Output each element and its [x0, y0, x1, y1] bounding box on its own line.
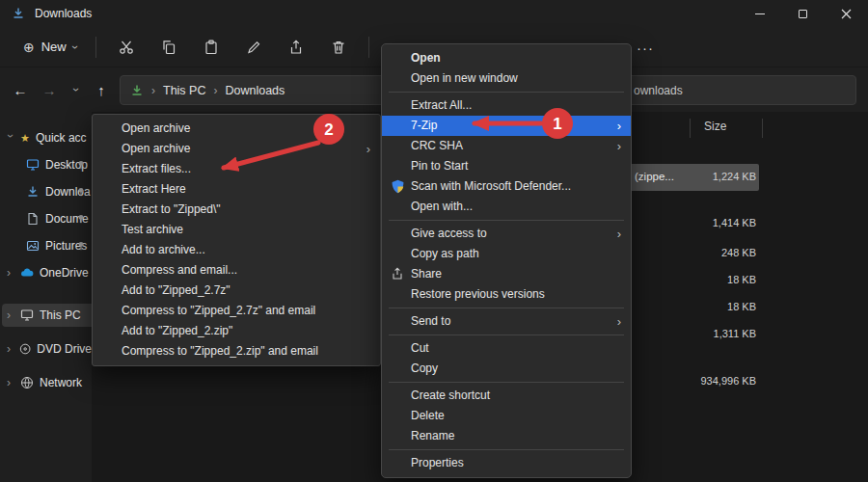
- column-divider[interactable]: [690, 119, 691, 138]
- menu-item-label: Open archive: [122, 121, 190, 135]
- context-menu-item-7zip[interactable]: 7-Zip ›: [382, 116, 631, 136]
- context-menu-item-copy[interactable]: Copy: [382, 359, 631, 379]
- submenu-item-extract-files[interactable]: Extract files...: [93, 159, 380, 179]
- close-button[interactable]: [825, 0, 868, 27]
- column-divider[interactable]: [762, 119, 763, 138]
- file-name: (zippe...: [635, 171, 674, 182]
- chevron-down-icon: ›: [69, 88, 83, 92]
- sidebar-item-label: This PC: [40, 308, 81, 322]
- search-input[interactable]: ownloads: [613, 75, 856, 105]
- maximize-button[interactable]: [781, 0, 825, 27]
- sidebar-item-label: OneDrive: [40, 266, 89, 280]
- new-button[interactable]: ⊕ New ›: [14, 35, 87, 60]
- submenu-item-test-archive[interactable]: Test archive: [93, 220, 380, 240]
- submenu-item-open-archive[interactable]: Open archive: [93, 119, 380, 139]
- submenu-item-compress-zip-email[interactable]: Compress to "Zipped_2.zip" and email: [93, 341, 380, 362]
- back-icon: ←: [14, 82, 28, 98]
- paste-button[interactable]: [193, 33, 230, 62]
- submenu-item-compress-email[interactable]: Compress and email...: [93, 260, 380, 281]
- sidebar-item-downloads[interactable]: Downloa: [0, 178, 92, 205]
- menu-item-label: Extract All...: [411, 98, 472, 112]
- downloads-folder-icon: [130, 84, 144, 97]
- menu-item-label: Cut: [411, 341, 429, 355]
- sidebar-item-pictures[interactable]: Pictures: [0, 232, 92, 259]
- sidebar-item-documents[interactable]: Docume: [0, 205, 92, 232]
- copy-button[interactable]: [150, 33, 187, 62]
- dvd-drive-icon: [19, 342, 31, 356]
- rename-button[interactable]: [235, 33, 272, 62]
- breadcrumb-downloads[interactable]: Downloads: [225, 84, 285, 97]
- menu-item-label: Create shortcut: [411, 388, 490, 402]
- file-size: 1,414 KB: [713, 217, 756, 228]
- submenu-item-add-to-7z[interactable]: Add to "Zipped_2.7z": [93, 281, 380, 301]
- delete-button[interactable]: [320, 33, 357, 62]
- context-menu-item-pin-to-start[interactable]: Pin to Start: [382, 156, 631, 176]
- menu-item-label: Rename: [411, 429, 454, 442]
- documents-icon: [26, 212, 40, 226]
- file-size: 1,224 KB: [713, 171, 756, 182]
- pin-icon: [76, 160, 86, 170]
- up-button[interactable]: ↑: [89, 77, 114, 102]
- sidebar-item-quick-access[interactable]: › ★ Quick acc: [0, 124, 92, 151]
- menu-item-label: Send to: [411, 314, 450, 328]
- breadcrumb-chevron-icon: ›: [151, 84, 155, 97]
- context-menu-item-open-with[interactable]: Open with...: [382, 197, 631, 217]
- context-menu-item-scan-defender[interactable]: Scan with Microsoft Defender...: [382, 176, 631, 197]
- context-menu-item-copy-as-path[interactable]: Copy as path: [382, 244, 631, 264]
- sidebar-item-desktop[interactable]: Desktop: [0, 151, 92, 178]
- pin-icon: [76, 187, 86, 197]
- sidebar-item-this-pc[interactable]: › This PC: [0, 302, 92, 329]
- context-menu-item-crc-sha[interactable]: CRC SHA ›: [382, 136, 631, 156]
- copy-icon: [161, 40, 176, 55]
- back-button[interactable]: ←: [8, 77, 33, 102]
- chevron-right-icon: ›: [7, 308, 14, 322]
- chevron-right-icon: ›: [7, 342, 14, 356]
- submenu-item-extract-here[interactable]: Extract Here: [93, 179, 380, 200]
- sidebar-item-network[interactable]: › Network: [0, 369, 92, 396]
- see-more-button[interactable]: ···: [629, 33, 662, 62]
- context-menu-item-open[interactable]: Open: [382, 48, 631, 68]
- menu-item-label: Open: [411, 51, 441, 65]
- context-menu-item-restore-versions[interactable]: Restore previous versions: [382, 284, 631, 305]
- menu-separator: [389, 308, 624, 308]
- submenu-item-extract-to[interactable]: Extract to "Zipped\": [93, 200, 380, 220]
- context-menu-item-delete[interactable]: Delete: [382, 406, 631, 426]
- menu-item-label: 7-Zip: [411, 119, 437, 132]
- pin-icon: [76, 241, 86, 251]
- context-menu-item-send-to[interactable]: Send to ›: [382, 311, 631, 332]
- downloads-icon: [26, 185, 40, 199]
- chevron-right-icon: ›: [366, 139, 370, 159]
- chevron-down-icon: ›: [4, 134, 17, 142]
- context-menu-item-share[interactable]: Share: [382, 264, 631, 284]
- menu-item-label: Add to "Zipped_2.7z": [122, 283, 231, 297]
- sidebar-item-onedrive[interactable]: › OneDrive: [0, 259, 92, 286]
- menu-item-label: Delete: [411, 409, 445, 422]
- share-button[interactable]: [278, 33, 314, 62]
- sidebar-item-dvd-drive[interactable]: › DVD Drive: [0, 335, 92, 362]
- submenu-item-add-to-zip[interactable]: Add to "Zipped_2.zip": [93, 321, 380, 341]
- submenu-item-compress-7z-email[interactable]: Compress to "Zipped_2.7z" and email: [93, 301, 380, 321]
- submenu-item-open-archive-expand[interactable]: Open archive ›: [93, 139, 380, 159]
- menu-item-label: Share: [411, 267, 442, 281]
- context-menu-item-properties[interactable]: Properties: [382, 453, 631, 473]
- defender-shield-icon: [391, 179, 405, 194]
- size-column-header[interactable]: Size: [704, 120, 726, 133]
- forward-button[interactable]: →: [37, 77, 62, 102]
- cut-button[interactable]: [108, 33, 145, 62]
- context-menu-item-rename[interactable]: Rename: [382, 426, 631, 446]
- up-icon: ↑: [97, 82, 105, 98]
- downloads-window-icon: [12, 7, 25, 20]
- context-menu-item-extract-all[interactable]: Extract All...: [382, 95, 631, 116]
- context-menu-item-open-new-window[interactable]: Open in new window: [382, 68, 631, 89]
- network-icon: [20, 376, 34, 389]
- toolbar-divider: [368, 37, 369, 58]
- breadcrumb-this-pc[interactable]: This PC: [163, 84, 205, 97]
- context-menu-item-cut[interactable]: Cut: [382, 338, 631, 359]
- minimize-button[interactable]: [738, 0, 781, 27]
- submenu-item-add-to-archive[interactable]: Add to archive...: [93, 240, 380, 260]
- context-menu-item-create-shortcut[interactable]: Create shortcut: [382, 386, 631, 406]
- menu-item-label: Give access to: [411, 227, 487, 240]
- menu-item-label: Open archive: [122, 142, 190, 155]
- context-menu-item-give-access[interactable]: Give access to ›: [382, 224, 631, 244]
- recent-locations-button[interactable]: ›: [64, 77, 89, 102]
